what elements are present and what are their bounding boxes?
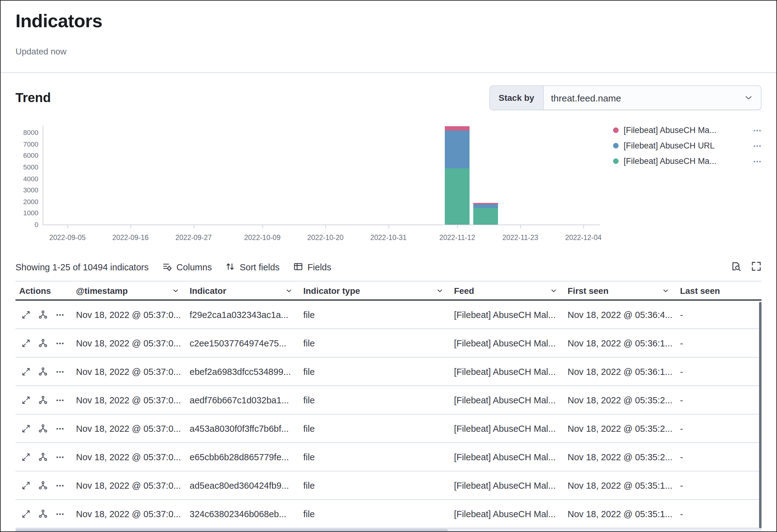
timeline-icon: [38, 509, 47, 518]
fullscreen-button[interactable]: [751, 261, 762, 274]
y-axis-tick-label: 8000: [15, 129, 38, 136]
timeline-icon: [38, 310, 47, 319]
cell-feed: [Filebeat] AbuseCH Mal...: [450, 338, 564, 348]
inspect-button[interactable]: [731, 261, 741, 274]
column-header-timestamp[interactable]: @timestamp: [72, 282, 186, 299]
expand-icon: [22, 339, 30, 347]
investigate-in-timeline-button[interactable]: [38, 338, 47, 348]
open-details-button[interactable]: [22, 339, 30, 347]
more-actions-button[interactable]: [56, 481, 64, 490]
sort-fields-button[interactable]: Sort fields: [225, 261, 280, 273]
cell-actions: [15, 452, 72, 461]
chevron-down-icon[interactable]: [436, 286, 444, 295]
investigate-in-timeline-button[interactable]: [38, 424, 47, 433]
expand-icon: [22, 310, 30, 319]
open-details-button[interactable]: [22, 452, 30, 461]
vertical-scrollbar[interactable]: [759, 302, 762, 528]
legend-series-dot: [613, 143, 619, 148]
more-actions-button[interactable]: [56, 339, 64, 347]
x-axis-tick-label: 2022-11-12: [428, 234, 487, 241]
cell-actions: [15, 509, 72, 518]
more-actions-button[interactable]: [56, 310, 64, 319]
bar-segment[interactable]: [445, 131, 469, 168]
more-actions-button[interactable]: [56, 396, 64, 404]
cell-indicator: c2ee15037764974e75...: [186, 338, 300, 348]
investigate-in-timeline-button[interactable]: [38, 509, 47, 518]
open-details-button[interactable]: [22, 481, 30, 490]
fullscreen-icon: [751, 261, 762, 274]
chevron-down-icon[interactable]: [549, 286, 558, 295]
cell-indicator-type: file: [300, 310, 450, 320]
open-details-button[interactable]: [22, 367, 30, 376]
legend-item[interactable]: [Filebeat] AbuseCH Ma...: [613, 153, 762, 169]
cell-feed: [Filebeat] AbuseCH Mal...: [450, 481, 564, 490]
more-actions-button[interactable]: [56, 452, 64, 461]
cell-last-seen: -: [676, 423, 762, 433]
column-header-actions: Actions: [15, 282, 72, 299]
page-header: Indicators Updated now: [1, 1, 776, 56]
more-actions-button[interactable]: [56, 424, 64, 433]
fields-button[interactable]: Fields: [293, 261, 331, 273]
legend-item[interactable]: [Filebeat] AbuseCH Ma...: [613, 122, 762, 138]
chevron-down-icon[interactable]: [171, 286, 180, 295]
bar-segment[interactable]: [473, 203, 498, 204]
legend-series-dot: [613, 127, 619, 133]
open-details-button[interactable]: [22, 310, 30, 319]
cell-indicator-type: file: [300, 395, 450, 405]
cell-indicator: aedf76b667c1d032ba1...: [186, 395, 300, 405]
legend-actions-icon[interactable]: [753, 126, 762, 134]
legend-actions-icon[interactable]: [753, 157, 762, 166]
investigate-in-timeline-button[interactable]: [38, 395, 47, 405]
open-details-button[interactable]: [22, 509, 30, 518]
stack-by-select[interactable]: threat.feed.name: [544, 86, 761, 109]
chevron-down-icon[interactable]: [285, 286, 293, 295]
x-axis-tick-label: 2022-10-31: [359, 234, 418, 241]
column-header-feed[interactable]: Feed: [450, 282, 564, 299]
bar-segment[interactable]: [473, 208, 498, 225]
legend-item[interactable]: [Filebeat] AbuseCH URL: [613, 138, 762, 153]
column-header-label: Feed: [454, 286, 474, 295]
y-axis-tick-label: 7000: [15, 140, 38, 148]
timeline-icon: [38, 452, 47, 461]
cell-first-seen: Nov 18, 2022 @ 05:35:2...: [564, 395, 676, 405]
investigate-in-timeline-button[interactable]: [38, 367, 47, 376]
timeline-icon: [38, 338, 47, 348]
y-axis-line: [43, 126, 43, 225]
chevron-down-icon[interactable]: [661, 286, 670, 295]
trend-chart[interactable]: 0100020003000400050006000700080002022-09…: [15, 119, 628, 250]
bar-segment[interactable]: [445, 168, 469, 225]
legend-actions-icon[interactable]: [753, 141, 762, 150]
bar-segment[interactable]: [445, 126, 469, 131]
cell-last-seen: -: [676, 338, 762, 348]
column-header-first-seen[interactable]: First seen: [564, 282, 676, 299]
cell-timestamp: Nov 18, 2022 @ 05:37:0...: [72, 338, 186, 348]
cell-first-seen: Nov 18, 2022 @ 05:35:1...: [564, 509, 676, 519]
columns-button[interactable]: Columns: [162, 261, 212, 273]
cell-first-seen: Nov 18, 2022 @ 05:35:2...: [564, 423, 676, 433]
stack-by-label: Stack by: [490, 86, 544, 109]
y-axis-tick-label: 4000: [15, 175, 38, 182]
investigate-in-timeline-button[interactable]: [38, 481, 47, 490]
expand-icon: [22, 396, 30, 404]
boxes-horizontal-icon: [56, 339, 64, 347]
columns-settings-icon: [162, 261, 172, 273]
cell-first-seen: Nov 18, 2022 @ 05:36:1...: [564, 338, 676, 348]
boxes-horizontal-icon: [56, 310, 64, 319]
investigate-in-timeline-button[interactable]: [38, 310, 47, 319]
column-header-indicator-type[interactable]: Indicator type: [300, 282, 450, 299]
horizontal-scrollbar-thumb[interactable]: [15, 529, 448, 532]
more-actions-button[interactable]: [56, 509, 64, 518]
x-axis-tick: [68, 225, 68, 228]
column-header-indicator[interactable]: Indicator: [186, 282, 300, 299]
bar-segment[interactable]: [473, 204, 498, 208]
horizontal-scrollbar[interactable]: [15, 528, 762, 532]
chart-legend: [Filebeat] AbuseCH Ma...[Filebeat] Abuse…: [613, 122, 762, 169]
table-row: Nov 18, 2022 @ 05:37:0...e65cbb6b28d8657…: [15, 443, 762, 471]
open-details-button[interactable]: [22, 424, 30, 433]
open-details-button[interactable]: [22, 396, 30, 404]
boxes-horizontal-icon: [56, 367, 64, 376]
investigate-in-timeline-button[interactable]: [38, 452, 47, 461]
cell-indicator: a453a8030f0f3ffc7b6bf...: [186, 423, 300, 433]
page-title: Indicators: [15, 10, 762, 31]
more-actions-button[interactable]: [56, 367, 64, 376]
